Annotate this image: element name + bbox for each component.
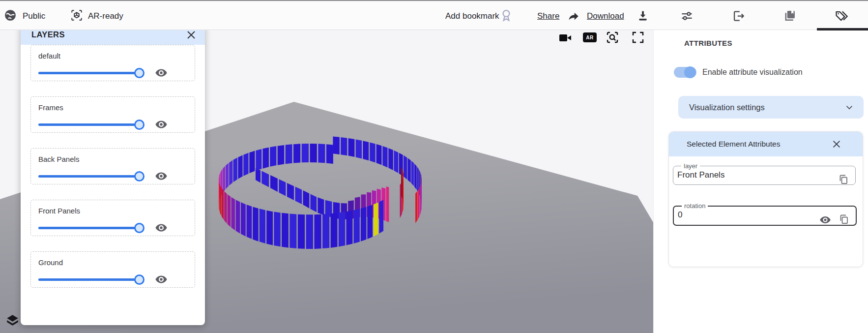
top-toolbar: Public AR-ready Add bookmark Share Downl… xyxy=(0,0,868,30)
toggle-knob xyxy=(684,66,696,78)
attributes-panel-title: ATTRIBUTES xyxy=(684,39,732,47)
selected-element-card: Selected Element Attributes layer Front … xyxy=(668,131,863,267)
enable-visualization-toggle[interactable] xyxy=(674,67,696,78)
layer-item-ground: Ground xyxy=(30,251,195,288)
visibility-label: Public xyxy=(23,11,45,21)
visibility-eye-icon[interactable] xyxy=(155,221,168,234)
chevron-down-icon xyxy=(844,102,855,113)
visibility-eye-icon[interactable] xyxy=(155,273,168,286)
selected-element-header: Selected Element Attributes xyxy=(669,132,863,156)
exit-viewer-icon[interactable] xyxy=(732,9,745,23)
zoom-to-fit-icon[interactable] xyxy=(606,30,619,44)
ar-ready-label: AR-ready xyxy=(88,11,123,21)
tags-panel-icon[interactable] xyxy=(835,9,848,23)
add-bookmark-button[interactable]: Add bookmark xyxy=(445,11,499,21)
layers-tool-icon[interactable] xyxy=(6,314,19,327)
globe-icon xyxy=(4,9,17,22)
share-link[interactable]: Share xyxy=(537,11,559,21)
filters-tune-icon[interactable] xyxy=(680,9,694,23)
ar-ready-icon xyxy=(70,9,83,22)
record-video-icon[interactable] xyxy=(558,32,572,43)
layer-item-back-panels: Back Panels xyxy=(30,148,195,184)
copy-icon[interactable] xyxy=(838,213,850,225)
field-value: Front Panels xyxy=(677,170,855,180)
fullscreen-icon[interactable] xyxy=(631,30,645,44)
attributes-panel: ATTRIBUTES Enable attribute visualizatio… xyxy=(653,30,868,333)
opacity-slider[interactable] xyxy=(38,171,139,182)
attribute-field-rotation[interactable]: rotation 0 xyxy=(673,202,857,226)
selected-element-title: Selected Element Attributes xyxy=(687,140,831,149)
download-icon[interactable] xyxy=(637,9,649,22)
opacity-slider[interactable] xyxy=(38,223,139,233)
active-tab-indicator xyxy=(817,28,868,30)
close-icon[interactable] xyxy=(831,139,842,150)
layer-name: Ground xyxy=(38,258,188,267)
toggle-label: Enable attribute visualization xyxy=(702,68,803,77)
opacity-slider[interactable] xyxy=(38,68,139,78)
layers-panel-title: LAYERS xyxy=(31,30,185,39)
layers-panel: LAYERS default Frames Back Panels xyxy=(21,25,205,325)
versions-panel-icon[interactable] xyxy=(783,9,797,23)
field-label: layer xyxy=(681,162,700,170)
bookmark-badge-icon[interactable] xyxy=(499,8,513,22)
share-arrow-icon[interactable] xyxy=(567,9,580,23)
visualization-settings-expander[interactable]: Visualization settings xyxy=(678,96,864,119)
visibility-eye-icon[interactable] xyxy=(155,170,168,182)
layer-name: Front Panels xyxy=(38,207,188,215)
ar-badge-label: AR xyxy=(586,35,593,40)
layer-name: default xyxy=(38,52,188,60)
attribute-field-layer[interactable]: layer Front Panels xyxy=(673,162,856,185)
copy-icon[interactable] xyxy=(838,174,849,185)
layer-name: Back Panels xyxy=(38,155,188,163)
close-icon[interactable] xyxy=(185,29,197,41)
download-link[interactable]: Download xyxy=(587,11,624,21)
layer-item-default: default xyxy=(30,45,195,81)
visibility-eye-icon[interactable] xyxy=(155,118,168,131)
layer-item-front-panels: Front Panels xyxy=(30,200,195,236)
visibility-eye-icon[interactable] xyxy=(819,214,831,226)
visibility-eye-icon[interactable] xyxy=(155,66,168,79)
ar-mode-button[interactable]: AR xyxy=(583,32,597,42)
opacity-slider[interactable] xyxy=(38,274,139,285)
field-label: rotation xyxy=(682,202,708,210)
layer-name: Frames xyxy=(38,103,188,112)
layer-item-frames: Frames xyxy=(30,96,195,133)
visualization-settings-label: Visualization settings xyxy=(689,103,844,112)
opacity-slider[interactable] xyxy=(38,120,139,130)
